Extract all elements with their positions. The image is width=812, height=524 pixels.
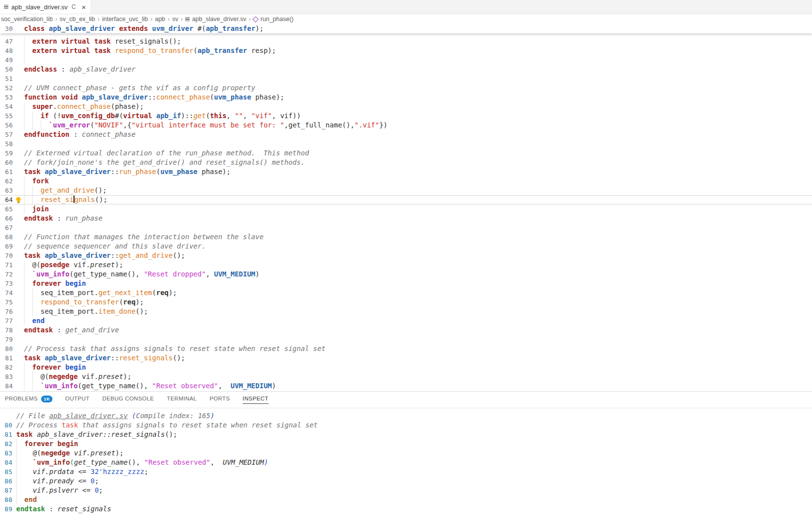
line-number: 77 [0,316,13,325]
indent-guide [24,381,25,391]
indent-guide [16,467,17,476]
code-line[interactable]: 66endtask : run_phase [0,214,812,223]
line-number: 82 [0,439,12,449]
breadcrumb-separator: › [98,16,99,23]
breadcrumb-item-apb-slave-driver-sv[interactable]: apb_slave_driver.sv [185,16,246,23]
indent-guide [24,298,25,307]
code-line[interactable]: 67 [0,223,812,232]
code-line[interactable]: 78endtask : get_and_drive [0,325,812,335]
breadcrumb-label: apb [155,16,165,23]
code-line[interactable]: 84 `uvm_info(get_type_name(), "Reset obs… [0,381,812,391]
tab-title: apb_slave_driver.sv [11,3,68,11]
panel-code-line[interactable]: 80// Process task that assigns signals t… [0,421,812,430]
panel-tab-output[interactable]: OUTPUT [65,396,90,404]
code-line[interactable]: 49 [0,55,812,65]
code-editor[interactable]: 30class apb_slave_driver extends uvm_dri… [0,24,812,391]
panel-code-line[interactable]: 89endtask : reset_signals [0,504,812,514]
code-line[interactable]: 60// fork/join_none's the get_and_drive(… [0,158,812,167]
editor-lines[interactable]: 47 extern virtual task reset_signals();4… [0,37,812,391]
code-line[interactable]: 47 extern virtual task reset_signals(); [0,37,812,46]
code-line[interactable]: 82 forever begin [0,363,812,372]
line-number: 89 [0,504,12,514]
tab-apb-slave-driver[interactable]: apb_slave_driver.sv C × [0,0,91,14]
breadcrumb-label: soc_verification_lib [1,16,53,23]
indent-guide [24,186,25,195]
code-line[interactable]: 68// Function that manages the interacti… [0,232,812,242]
line-number: 72 [0,270,13,279]
panel-tab-debug-console[interactable]: DEBUG CONSOLE [102,396,154,404]
close-icon[interactable]: × [82,3,86,11]
code-line[interactable]: 51 [0,74,812,83]
indent-guide [24,102,25,111]
breadcrumb-label: sv_cb_ex_lib [60,16,95,23]
breadcrumb-item-soc-verification-lib[interactable]: soc_verification_lib [1,16,53,23]
breadcrumb-item-apb[interactable]: apb [155,16,165,23]
panel-code-line[interactable]: 82 forever begin [0,439,812,449]
code-line[interactable]: 55 if (!uvm_config_db#(virtual apb_if)::… [0,111,812,121]
code-line[interactable]: 76 seq_item_port.item_done(); [0,307,812,316]
breadcrumb-item-sv[interactable]: sv [172,16,178,23]
panel-tab-label: PROBLEMS [5,396,38,404]
code-line[interactable]: 54 super.connect_phase(phase); [0,102,812,111]
indent-guide [16,495,17,504]
panel-tab-ports[interactable]: PORTS [210,396,230,404]
code-line[interactable]: 50endclass : apb_slave_driver [0,65,812,74]
line-number: 49 [0,55,13,65]
indent-guide [32,196,33,204]
code-line[interactable]: 70task apb_slave_driver::get_and_drive()… [0,251,812,260]
indent-guide [24,270,25,279]
panel-tab-inspect[interactable]: INSPECT [243,396,269,404]
lightbulb-icon[interactable] [16,197,21,201]
code-line[interactable]: 56 `uvm_error("NOVIF",{"virtual interfac… [0,121,812,130]
code-line[interactable]: 64 reset_signals(); [0,195,812,204]
code-line[interactable]: 59// Externed virtual declaration of the… [0,149,812,158]
code-line[interactable]: 79 [0,335,812,344]
code-line[interactable]: 57endfunction : connect_phase [0,130,812,139]
indent-guide [16,458,17,467]
code-line[interactable]: 48 extern virtual task respond_to_transf… [0,46,812,55]
code-line[interactable]: 61task apb_slave_driver::run_phase(uvm_p… [0,167,812,176]
line-number: 84 [0,458,12,467]
code-line[interactable]: 63 get_and_drive(); [0,186,812,195]
code-line[interactable]: 71 @(posedge vif.preset); [0,260,812,270]
code-line[interactable]: 69// sequence sequencer and this slave d… [0,242,812,251]
code-line[interactable]: 81task apb_slave_driver::reset_signals()… [0,353,812,363]
code-line[interactable]: 73 forever begin [0,279,812,288]
code-line[interactable]: 80// Process task that assigns signals t… [0,344,812,353]
code-line[interactable]: 53function void apb_slave_driver::connec… [0,93,812,102]
code-line[interactable]: 77 end [0,316,812,325]
indent-guide [24,176,25,186]
panel-tab-terminal[interactable]: TERMINAL [167,396,197,404]
panel-code-line[interactable]: 81task apb_slave_driver::reset_signals()… [0,430,812,439]
breadcrumb-separator: › [150,16,152,23]
code-line[interactable]: 52// UVM connect_phase - gets the vif as… [0,83,812,93]
panel-tab-bar: PROBLEMS1KOUTPUTDEBUG CONSOLETERMINALPOR… [0,392,812,408]
code-line[interactable]: 74 seq_item_port.get_next_item(req); [0,288,812,298]
panel-code-line[interactable]: 84 `uvm_info(get_type_name(), "Reset obs… [0,458,812,467]
code-line[interactable]: 72 `uvm_info(get_type_name(), "Reset dro… [0,270,812,279]
panel-tab-label: DEBUG CONSOLE [102,396,154,404]
line-number: 30 [0,24,13,33]
panel-tab-label: PORTS [210,396,230,404]
panel-code-line[interactable]: // File apb_slave_driver.sv (Compile ind… [0,411,812,421]
code-line[interactable]: 75 respond_to_transfer(req); [0,298,812,307]
indent-guide [16,486,17,495]
breadcrumb-item-sv-cb-ex-lib[interactable]: sv_cb_ex_lib [60,16,95,23]
indent-guide [32,372,33,381]
line-number: 67 [0,223,13,232]
breadcrumb-item-run-phase[interactable]: run_phase() [253,16,294,23]
inspect-panel-content[interactable]: // File apb_slave_driver.sv (Compile ind… [0,408,812,514]
sticky-scroll-header[interactable]: 30class apb_slave_driver extends uvm_dri… [0,24,812,33]
panel-code-line[interactable]: 85 vif.prdata <= 32'hzzzz_zzzz; [0,467,812,476]
code-line[interactable]: 83 @(negedge vif.preset); [0,372,812,381]
panel-code-line[interactable]: 87 vif.pslverr <= 0; [0,486,812,495]
code-line[interactable]: 62 fork [0,176,812,186]
panel-code-line[interactable]: 88 end [0,495,812,504]
panel-code-line[interactable]: 83 @(negedge vif.preset); [0,449,812,458]
code-line[interactable]: 65 join [0,204,812,214]
code-line[interactable]: 30class apb_slave_driver extends uvm_dri… [0,24,812,33]
code-line[interactable]: 58 [0,139,812,149]
breadcrumb-item-interface-uvc-lib[interactable]: interface_uvc_lib [102,16,148,23]
panel-code-line[interactable]: 86 vif.pready <= 0; [0,476,812,486]
panel-tab-problems[interactable]: PROBLEMS1K [5,396,52,404]
